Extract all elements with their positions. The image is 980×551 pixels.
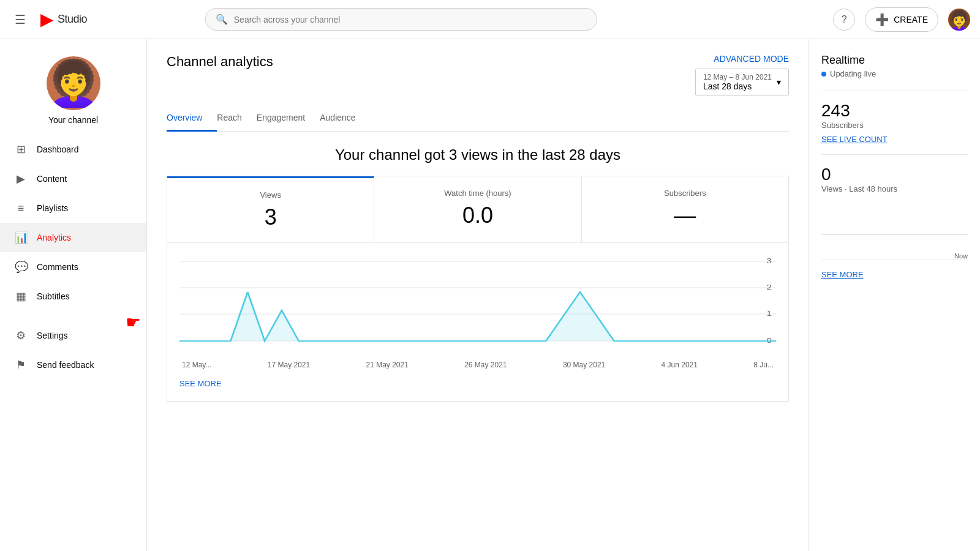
views-realtime-count: 0 bbox=[821, 165, 968, 184]
date-range-selector[interactable]: 12 May – 8 Jun 2021 Last 28 days ▾ bbox=[695, 69, 789, 96]
analytics-icon: 📊 bbox=[15, 231, 27, 244]
date-range-dates: 12 May – 8 Jun 2021 bbox=[703, 73, 772, 81]
help-icon: ? bbox=[842, 14, 847, 25]
tab-audience[interactable]: Audience bbox=[320, 105, 370, 132]
metric-card-watch-time[interactable]: Watch time (hours) 0.0 bbox=[374, 176, 581, 242]
sidebar-item-label: Playlists bbox=[37, 203, 68, 213]
search-icon: 🔍 bbox=[216, 13, 228, 25]
sidebar: 👩‍🦱 Your channel ⊞ Dashboard ▶ Content ≡… bbox=[0, 39, 147, 551]
sidebar-item-label: Content bbox=[37, 174, 67, 184]
feedback-icon: ⚑ bbox=[15, 358, 27, 372]
sidebar-item-send-feedback[interactable]: ⚑ Send feedback bbox=[0, 350, 146, 380]
header-left: ☰ ▶ Studio bbox=[10, 7, 87, 32]
sidebar-item-analytics[interactable]: 📊 Analytics bbox=[0, 223, 146, 252]
tab-engagement[interactable]: Engagement bbox=[257, 105, 320, 132]
views-value: 3 bbox=[182, 204, 359, 230]
chart-svg: 3 2 1 0 bbox=[179, 255, 776, 353]
svg-marker-8 bbox=[179, 292, 776, 341]
now-label: Now bbox=[954, 252, 968, 260]
views-chart-svg bbox=[821, 201, 968, 238]
subtitles-icon: ▦ bbox=[15, 290, 27, 303]
see-more-link[interactable]: SEE MORE bbox=[179, 379, 222, 388]
metric-cards: Views 3 Watch time (hours) 0.0 Subscribe… bbox=[167, 176, 789, 243]
channel-info: 👩‍🦱 Your channel bbox=[0, 44, 146, 135]
metric-card-views[interactable]: Views 3 bbox=[167, 176, 374, 242]
chart-x-labels: 12 May... 17 May 2021 21 May 2021 26 May… bbox=[179, 361, 776, 369]
content-icon: ▶ bbox=[15, 172, 27, 186]
realtime-title: Realtime bbox=[821, 54, 968, 67]
live-indicator: Updating live bbox=[821, 69, 968, 78]
search-bar: 🔍 bbox=[205, 8, 597, 31]
x-label: 12 May... bbox=[182, 361, 211, 369]
channel-avatar[interactable]: 👩‍🦱 bbox=[47, 56, 100, 110]
x-label: 30 May 2021 bbox=[563, 361, 605, 369]
panel-divider-2 bbox=[821, 154, 968, 155]
hamburger-menu[interactable]: ☰ bbox=[10, 7, 31, 32]
x-label: 8 Ju... bbox=[753, 361, 774, 369]
summary-heading: Your channel got 3 views in the last 28 … bbox=[167, 146, 789, 163]
sidebar-item-label: Dashboard bbox=[37, 144, 79, 154]
x-label: 26 May 2021 bbox=[464, 361, 507, 369]
dashboard-icon: ⊞ bbox=[15, 143, 27, 156]
sidebar-item-label: Comments bbox=[37, 262, 78, 272]
layout: 👩‍🦱 Your channel ⊞ Dashboard ▶ Content ≡… bbox=[0, 0, 980, 551]
main-content: Channel analytics ADVANCED MODE 12 May –… bbox=[147, 39, 809, 551]
date-range-preset: Last 28 days bbox=[703, 81, 772, 91]
see-live-count-link[interactable]: SEE LIVE COUNT bbox=[821, 135, 888, 144]
create-icon: ➕ bbox=[875, 13, 889, 26]
panel-divider-1 bbox=[821, 91, 968, 91]
panel-divider-3 bbox=[821, 260, 968, 260]
logo[interactable]: ▶ Studio bbox=[40, 9, 87, 29]
settings-icon: ⚙ bbox=[15, 329, 27, 342]
search-input[interactable] bbox=[234, 15, 587, 24]
studio-text: Studio bbox=[58, 13, 87, 26]
sidebar-item-dashboard[interactable]: ⊞ Dashboard bbox=[0, 135, 146, 164]
views-chart-area: Now bbox=[821, 201, 968, 250]
svg-text:1: 1 bbox=[767, 310, 772, 317]
subscribers-stat-label: Subscribers bbox=[821, 121, 968, 130]
views-stat: 0 Views · Last 48 hours Now bbox=[821, 165, 968, 250]
sidebar-item-content[interactable]: ▶ Content bbox=[0, 164, 146, 193]
page-title: Channel analytics bbox=[167, 54, 273, 70]
tabs: Overview Reach Engagement Audience bbox=[167, 105, 789, 132]
sidebar-item-playlists[interactable]: ≡ Playlists bbox=[0, 193, 146, 223]
sidebar-item-label: Analytics bbox=[37, 233, 71, 242]
subscribers-stat: 243 Subscribers SEE LIVE COUNT bbox=[821, 101, 968, 144]
create-button[interactable]: ➕ CREATE bbox=[865, 7, 938, 32]
subscribers-label: Subscribers bbox=[597, 189, 774, 198]
sidebar-item-comments[interactable]: 💬 Comments bbox=[0, 252, 146, 282]
chart-container: 3 2 1 0 12 May... 17 May 2021 21 May 202… bbox=[179, 255, 776, 369]
x-label: 21 May 2021 bbox=[366, 361, 408, 369]
x-label: 17 May 2021 bbox=[268, 361, 310, 369]
x-label: 4 Jun 2021 bbox=[662, 361, 698, 369]
metric-card-subscribers[interactable]: Subscribers — bbox=[582, 176, 788, 242]
sidebar-item-label: Settings bbox=[37, 331, 68, 340]
subscribers-value: — bbox=[597, 203, 774, 228]
sidebar-item-subtitles[interactable]: ▦ Subtitles bbox=[0, 282, 146, 311]
header: ☰ ▶ Studio 🔍 ? ➕ CREATE 👩‍🦱 bbox=[0, 0, 980, 39]
see-more-panel-link[interactable]: SEE MORE bbox=[821, 270, 968, 279]
sidebar-item-settings[interactable]: ⚙ Settings bbox=[0, 321, 146, 350]
tab-reach[interactable]: Reach bbox=[217, 105, 256, 132]
comments-icon: 💬 bbox=[15, 260, 27, 274]
advanced-mode-link[interactable]: ADVANCED MODE bbox=[714, 54, 789, 64]
tab-overview[interactable]: Overview bbox=[167, 105, 217, 132]
watch-time-value: 0.0 bbox=[389, 203, 566, 228]
chart-area: 3 2 1 0 12 May... 17 May 2021 21 May 202… bbox=[167, 243, 789, 402]
sidebar-item-label: Subtitles bbox=[37, 291, 70, 301]
channel-avatar-image: 👩‍🦱 bbox=[47, 61, 100, 105]
avatar[interactable]: 👩‍🦱 bbox=[948, 9, 970, 31]
right-panel: Realtime Updating live 243 Subscribers S… bbox=[809, 39, 980, 551]
create-label: CREATE bbox=[894, 15, 928, 24]
header-right: ? ➕ CREATE 👩‍🦱 bbox=[833, 7, 970, 32]
help-button[interactable]: ? bbox=[833, 9, 855, 31]
channel-name: Your channel bbox=[48, 115, 98, 125]
page-header: Channel analytics ADVANCED MODE 12 May –… bbox=[167, 54, 789, 96]
youtube-logo-icon: ▶ bbox=[40, 9, 54, 29]
playlists-icon: ≡ bbox=[15, 202, 27, 215]
views-label: Views bbox=[182, 190, 359, 200]
live-label: Updating live bbox=[830, 69, 876, 78]
svg-text:2: 2 bbox=[767, 283, 772, 291]
sidebar-item-label: Send feedback bbox=[37, 360, 94, 370]
avatar-image: 👩‍🦱 bbox=[948, 11, 970, 31]
